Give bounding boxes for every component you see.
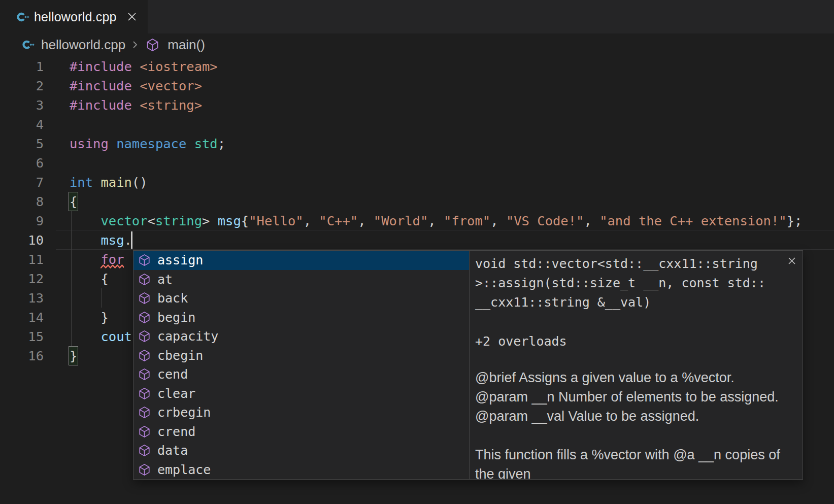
cpp-file-icon: [22, 39, 35, 51]
code-line[interactable]: #include <string>: [70, 95, 802, 115]
symbol-method-icon: [138, 444, 151, 457]
line-number: 14: [0, 308, 44, 327]
suggestion-label: cend: [157, 367, 188, 382]
code-line[interactable]: [70, 153, 802, 173]
cpp-file-icon: [17, 11, 29, 23]
code-line[interactable]: using namespace std;: [70, 134, 802, 153]
tab-helloworld-cpp[interactable]: helloworld.cpp: [0, 0, 148, 33]
suggestion-item-cbegin[interactable]: cbegin: [134, 346, 469, 365]
line-number: 8: [0, 192, 44, 211]
line-number: 16: [0, 346, 44, 365]
error-squiggle: [101, 264, 124, 269]
code-line[interactable]: vector<string> msg{"Hello", "C++", "Worl…: [70, 211, 802, 230]
doc-description: This function fills a %vector with @a __…: [475, 445, 780, 479]
line-number-gutter: 12345678910111213141516: [0, 57, 44, 365]
tab-close-icon[interactable]: [126, 11, 138, 22]
suggestion-label: crbegin: [157, 405, 211, 420]
function-signature: void std::vector<std::__cxx11::string>::…: [475, 254, 765, 312]
suggest-details-panel: void std::vector<std::__cxx11::string>::…: [469, 251, 804, 479]
suggestion-label: data: [157, 443, 188, 458]
suggestion-label: clear: [157, 386, 195, 401]
symbol-method-icon: [138, 349, 151, 362]
line-number: 12: [0, 269, 44, 288]
suggestion-item-crend[interactable]: crend: [134, 422, 469, 442]
code-line[interactable]: msg.: [70, 230, 802, 250]
code-line[interactable]: {: [70, 192, 802, 211]
line-number: 2: [0, 76, 44, 95]
suggestion-label: crend: [157, 424, 195, 439]
suggestion-label: assign: [157, 253, 203, 267]
line-number: 6: [0, 153, 44, 173]
details-close-icon[interactable]: [787, 256, 797, 266]
suggestion-item-begin[interactable]: begin: [134, 308, 469, 327]
suggestion-item-assign[interactable]: assign: [134, 251, 469, 270]
code-line[interactable]: [70, 115, 802, 134]
intellisense-suggest-widget: assignatbackbegincapacitycbegincendclear…: [133, 250, 803, 480]
symbol-method-icon: [138, 273, 151, 286]
suggestion-label: emplace: [157, 462, 211, 477]
symbol-method-icon: [138, 463, 151, 476]
line-number: 13: [0, 288, 44, 308]
line-number: 11: [0, 250, 44, 269]
line-number: 1: [0, 57, 44, 76]
line-number: 10: [0, 230, 44, 250]
symbol-method-icon: [138, 387, 151, 400]
symbol-method-icon: [138, 406, 151, 419]
suggestion-label: at: [157, 272, 173, 287]
line-number: 4: [0, 115, 44, 134]
suggestion-label: capacity: [157, 329, 218, 344]
suggestion-list: assignatbackbegincapacitycbegincendclear…: [134, 251, 469, 479]
vscode-window: helloworld.cpp helloworld.cpp main() 123…: [0, 0, 834, 504]
chevron-right-icon: [131, 39, 139, 50]
breadcrumb-item-file[interactable]: helloworld.cpp: [41, 37, 125, 53]
line-number: 3: [0, 95, 44, 115]
suggestion-item-emplace[interactable]: emplace: [134, 460, 469, 480]
suggestion-item-cend[interactable]: cend: [134, 365, 469, 384]
symbol-method-icon: [138, 254, 151, 266]
suggestion-label: cbegin: [157, 348, 203, 363]
suggestion-item-clear[interactable]: clear: [134, 384, 469, 404]
symbol-method-icon: [138, 425, 151, 438]
suggestion-item-crbegin[interactable]: crbegin: [134, 403, 469, 422]
symbol-method-icon: [146, 38, 159, 52]
line-number: 5: [0, 134, 44, 153]
doc-tags: @brief Assigns a given value to a %vecto…: [475, 368, 779, 426]
code-line[interactable]: #include <iostream>: [70, 57, 802, 76]
editor-tab-bar: helloworld.cpp: [0, 0, 834, 33]
tab-label: helloworld.cpp: [34, 10, 117, 24]
text-cursor: [131, 231, 132, 249]
symbol-method-icon: [138, 292, 151, 305]
overloads-count: +2 overloads: [475, 332, 567, 351]
symbol-method-icon: [138, 330, 151, 343]
line-number: 15: [0, 327, 44, 346]
suggestion-item-data[interactable]: data: [134, 441, 469, 460]
suggestion-label: back: [157, 291, 188, 306]
code-line[interactable]: int main(): [70, 173, 802, 192]
suggestion-item-at[interactable]: at: [134, 270, 469, 289]
code-editor[interactable]: 12345678910111213141516 #include <iostre…: [0, 56, 834, 504]
line-number: 7: [0, 173, 44, 192]
breadcrumb-item-symbol[interactable]: main(): [168, 37, 205, 53]
code-line[interactable]: #include <vector>: [70, 76, 802, 95]
suggestion-label: begin: [157, 310, 195, 325]
symbol-method-icon: [138, 368, 151, 381]
suggestion-item-back[interactable]: back: [134, 289, 469, 308]
suggestion-item-capacity[interactable]: capacity: [134, 327, 469, 346]
line-number: 9: [0, 211, 44, 230]
symbol-method-icon: [138, 311, 151, 324]
breadcrumb: helloworld.cpp main(): [0, 33, 834, 56]
